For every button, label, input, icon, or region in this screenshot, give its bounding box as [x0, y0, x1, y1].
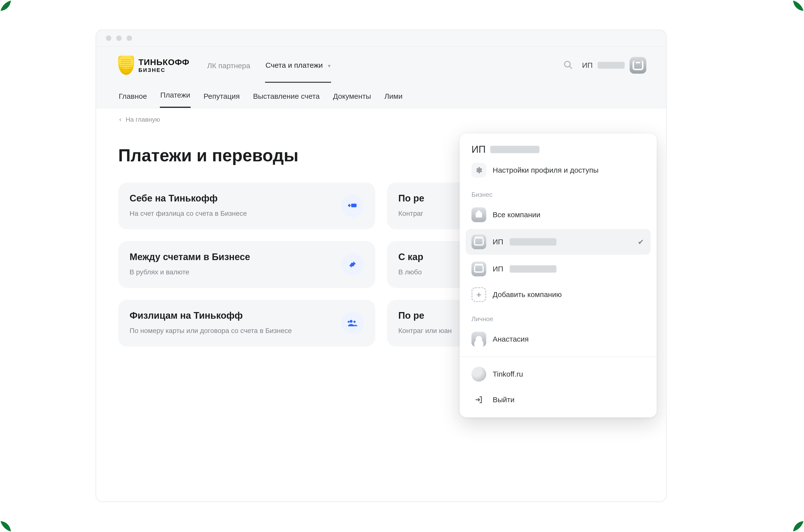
tab-payments[interactable]: Платежи [160, 91, 191, 108]
gear-icon [472, 163, 486, 177]
tab-main[interactable]: Главное [118, 92, 148, 108]
menu-logout[interactable]: Выйти [460, 387, 657, 413]
menu-add-company[interactable]: ＋ Добавить компанию [460, 282, 657, 307]
briefcase-icon [472, 234, 486, 249]
window-close-dot[interactable] [106, 36, 111, 41]
menu-personal-profile[interactable]: Анастасия [460, 326, 657, 352]
brand-logo[interactable]: ТИНЬКОФФ БИЗНЕС [118, 56, 189, 75]
person-icon [472, 332, 486, 346]
menu-profile-settings[interactable]: Настройки профиля и доступы [460, 157, 657, 183]
menu-all-companies[interactable]: Все компании [460, 202, 657, 228]
user-chip[interactable]: ИП [582, 57, 646, 74]
transfer-card-icon [341, 194, 364, 217]
breadcrumb-back[interactable]: На главную [118, 116, 644, 124]
svg-point-0 [564, 61, 570, 67]
svg-point-3 [350, 320, 353, 323]
topnav-accounts[interactable]: Счета и платежи ▾ [265, 48, 331, 83]
tab-limits[interactable]: Лими [384, 92, 403, 108]
globe-icon [472, 367, 486, 381]
tab-documents[interactable]: Документы [332, 92, 372, 108]
home-icon [472, 207, 486, 222]
company2-redacted [510, 265, 556, 273]
menu-section-personal: Личное [460, 307, 657, 326]
svg-rect-2 [351, 204, 357, 207]
svg-point-5 [348, 321, 350, 323]
tab-reputation[interactable]: Репутация [203, 92, 240, 108]
window-titlebar [96, 30, 666, 47]
company-name-redacted [490, 146, 539, 153]
card-self-tinkoff[interactable]: Себе на Тинькофф На счет физлица со счет… [118, 183, 375, 229]
browser-window: ТИНЬКОФФ БИЗНЕС ЛК партнера Счета и плат… [96, 30, 667, 502]
menu-tinkoff-ru[interactable]: Tinkoff.ru [460, 361, 657, 387]
company1-redacted [510, 238, 556, 246]
svg-point-4 [353, 321, 356, 323]
search-icon[interactable] [563, 60, 573, 71]
sub-nav: Главное Платежи Репутация Выставление сч… [96, 84, 666, 108]
menu-company-1[interactable]: ИП ✔ [465, 229, 651, 255]
swap-icon [341, 253, 364, 276]
chevron-down-icon: ▾ [328, 63, 330, 69]
card-to-persons[interactable]: Физлицам на Тинькофф По номеру карты или… [118, 300, 375, 346]
card-between-accounts[interactable]: Между счетами в Бизнесе В рублях и валют… [118, 241, 375, 288]
profile-menu: ИП Настройки профиля и доступы Бизнес Вс… [460, 133, 657, 417]
plus-icon: ＋ [472, 287, 486, 302]
menu-section-business: Бизнес [460, 183, 657, 202]
window-max-dot[interactable] [127, 36, 132, 41]
check-icon: ✔ [638, 238, 644, 246]
window-min-dot[interactable] [116, 36, 122, 41]
top-nav: ТИНЬКОФФ БИЗНЕС ЛК партнера Счета и плат… [96, 47, 666, 84]
people-icon [341, 312, 364, 335]
svg-line-1 [570, 66, 572, 69]
tab-invoice[interactable]: Выставление счета [252, 92, 320, 108]
brand-line1: ТИНЬКОФФ [138, 57, 189, 67]
logout-icon [472, 392, 486, 407]
brand-line2: БИЗНЕС [138, 67, 189, 73]
brand-emblem-icon [118, 56, 134, 75]
profile-menu-heading: ИП [460, 144, 657, 157]
briefcase-icon [472, 262, 486, 276]
topnav-partner[interactable]: ЛК партнера [207, 48, 251, 82]
briefcase-icon [630, 57, 646, 74]
menu-separator [460, 356, 657, 357]
user-prefix: ИП [582, 61, 593, 70]
menu-company-2[interactable]: ИП [460, 256, 657, 282]
user-name-redacted [598, 62, 625, 69]
